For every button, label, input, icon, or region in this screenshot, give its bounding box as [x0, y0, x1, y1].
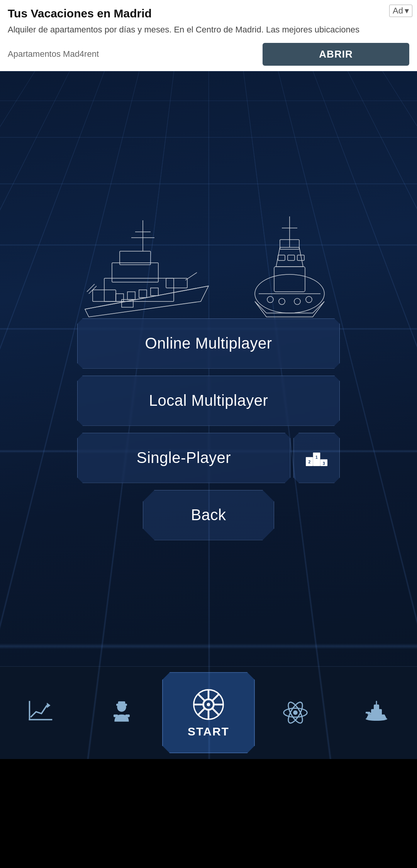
online-multiplayer-button[interactable]: Online Multiplayer [77, 318, 340, 369]
svg-rect-39 [29, 719, 53, 721]
nav-item-science[interactable] [255, 667, 336, 759]
ad-description: Alquiler de apartamentos por días y mese… [8, 24, 409, 36]
svg-point-32 [306, 296, 312, 303]
svg-rect-16 [151, 288, 158, 296]
svg-line-53 [198, 694, 205, 701]
svg-rect-3 [112, 263, 158, 282]
svg-line-54 [212, 708, 219, 715]
local-multiplayer-label: Local Multiplayer [149, 392, 268, 409]
ad-source: Apartamentos Mad4rent [8, 49, 99, 59]
svg-text:1: 1 [315, 455, 318, 460]
captain-icon [108, 699, 135, 726]
trophy-button[interactable]: 2 1 3 [293, 433, 340, 483]
svg-rect-26 [278, 255, 285, 260]
svg-line-55 [212, 694, 219, 701]
nav-item-stats[interactable] [0, 667, 81, 759]
game-area: Online Multiplayer Local Multiplayer Sin… [0, 71, 417, 759]
ad-footer: Apartamentos Mad4rent ABRIR [8, 43, 409, 66]
svg-rect-46 [125, 715, 130, 717]
svg-text:3: 3 [323, 461, 325, 465]
single-player-row: Single-Player 2 1 3 [77, 433, 340, 483]
svg-point-48 [207, 703, 210, 706]
patrol-boat-illustration [243, 201, 336, 326]
svg-rect-45 [114, 715, 118, 717]
svg-rect-40 [29, 701, 31, 720]
trophy-icon: 2 1 3 [303, 444, 330, 471]
local-multiplayer-button[interactable]: Local Multiplayer [77, 376, 340, 426]
svg-rect-8 [166, 278, 187, 288]
svg-text:2: 2 [308, 460, 310, 464]
warship-illustration [81, 201, 212, 326]
svg-rect-27 [288, 255, 295, 260]
ships-area [0, 71, 417, 334]
nav-start-label: START [188, 725, 229, 738]
nav-start-button[interactable]: START [162, 672, 255, 753]
science-icon [282, 699, 309, 726]
svg-line-9 [185, 272, 197, 280]
svg-rect-20 [274, 267, 305, 292]
chevron-down-icon: ▾ [405, 6, 409, 16]
svg-marker-18 [255, 301, 324, 317]
svg-rect-64 [374, 705, 379, 710]
svg-line-56 [198, 708, 205, 715]
svg-rect-44 [118, 701, 125, 705]
ad-tag: Ad ▾ [389, 5, 412, 17]
back-button[interactable]: Back [143, 490, 274, 540]
ad-open-button[interactable]: ABRIR [263, 43, 409, 66]
svg-point-66 [366, 717, 387, 721]
nav-item-captain[interactable] [81, 667, 162, 759]
bottom-nav-bar: START [0, 666, 417, 759]
svg-rect-13 [116, 294, 124, 301]
online-multiplayer-label: Online Multiplayer [145, 335, 272, 352]
svg-marker-21 [276, 247, 303, 267]
nav-item-fleet[interactable] [336, 667, 417, 759]
ad-tag-label: Ad [393, 6, 403, 16]
svg-point-31 [294, 298, 300, 305]
single-player-label: Single-Player [137, 449, 231, 466]
svg-marker-41 [47, 703, 50, 708]
back-label: Back [191, 506, 226, 524]
svg-rect-63 [371, 709, 382, 715]
single-player-button[interactable]: Single-Player [77, 433, 290, 483]
stats-icon [27, 699, 54, 726]
menu-area: Online Multiplayer Local Multiplayer Sin… [77, 318, 340, 540]
svg-rect-14 [127, 292, 135, 300]
ad-banner: Ad ▾ Tus Vacaciones en Madrid Alquiler d… [0, 0, 417, 71]
svg-point-58 [293, 710, 298, 715]
ship-wheel-icon [191, 687, 226, 722]
svg-point-30 [279, 298, 285, 305]
svg-line-6 [87, 284, 95, 292]
svg-point-29 [267, 296, 273, 303]
ad-title: Tus Vacaciones en Madrid [8, 7, 409, 20]
svg-rect-68 [366, 712, 370, 714]
svg-rect-15 [139, 290, 147, 298]
fleet-icon [363, 699, 390, 726]
